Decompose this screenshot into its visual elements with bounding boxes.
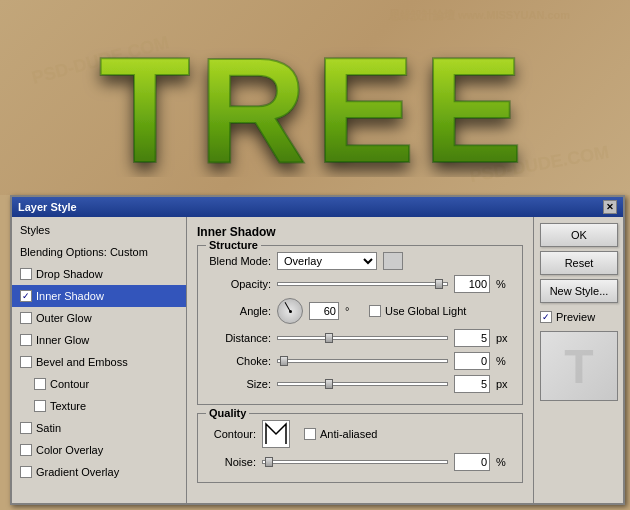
sidebar-item-contour[interactable]: Contour (12, 373, 186, 395)
blend-mode-label: Blend Mode: (206, 255, 271, 267)
inner-shadow-checkbox[interactable] (20, 290, 32, 302)
close-button[interactable]: ✕ (603, 200, 617, 214)
sidebar-item-satin[interactable]: Satin (12, 417, 186, 439)
distance-input[interactable] (454, 329, 490, 347)
tree-svg: TREE TREE (25, 17, 605, 177)
blend-mode-row: Blend Mode: Overlay Normal Multiply Scre… (206, 252, 514, 270)
preview-checkbox-label[interactable]: Preview (540, 311, 617, 323)
size-row: Size: px (206, 375, 514, 393)
section-title: Inner Shadow (197, 225, 523, 239)
structure-label: Structure (206, 239, 261, 251)
quality-group: Quality Contour: Anti-aliased (197, 413, 523, 483)
color-overlay-checkbox[interactable] (20, 444, 32, 456)
inner-shadow-label: Inner Shadow (36, 290, 104, 302)
opacity-unit: % (496, 278, 514, 290)
dialog-title: Layer Style (18, 201, 77, 213)
reset-button[interactable]: Reset (540, 251, 618, 275)
anti-alias-text: Anti-aliased (320, 428, 377, 440)
global-light-text: Use Global Light (385, 305, 466, 317)
opacity-row: Opacity: % (206, 275, 514, 293)
contour-label: Contour (50, 378, 89, 390)
sidebar-item-outer-glow[interactable]: Outer Glow (12, 307, 186, 329)
noise-unit: % (496, 456, 514, 468)
global-light-checkbox[interactable] (369, 305, 381, 317)
drop-shadow-checkbox[interactable] (20, 268, 32, 280)
bevel-emboss-checkbox[interactable] (20, 356, 32, 368)
new-style-button[interactable]: New Style... (540, 279, 618, 303)
noise-thumb[interactable] (265, 457, 273, 467)
use-global-light-label[interactable]: Use Global Light (369, 305, 466, 317)
opacity-thumb[interactable] (435, 279, 443, 289)
preview-checkbox[interactable] (540, 311, 552, 323)
satin-checkbox[interactable] (20, 422, 32, 434)
distance-row: Distance: px (206, 329, 514, 347)
blending-label: Blending Options: Custom (20, 246, 148, 258)
size-thumb[interactable] (325, 379, 333, 389)
angle-label: Angle: (206, 305, 271, 317)
gradient-overlay-label: Gradient Overlay (36, 466, 119, 478)
contour-svg (263, 421, 289, 447)
angle-input[interactable] (309, 302, 339, 320)
distance-thumb[interactable] (325, 333, 333, 343)
contour-checkbox[interactable] (34, 378, 46, 390)
choke-label: Choke: (206, 355, 271, 367)
anti-alias-label[interactable]: Anti-aliased (304, 428, 377, 440)
distance-label: Distance: (206, 332, 271, 344)
noise-row: Noise: % (206, 453, 514, 471)
size-label: Size: (206, 378, 271, 390)
size-slider[interactable] (277, 382, 448, 386)
angle-dial[interactable] (277, 298, 303, 324)
sidebar-item-inner-shadow[interactable]: Inner Shadow (12, 285, 186, 307)
contour-label: Contour: (206, 428, 256, 440)
outer-glow-label: Outer Glow (36, 312, 92, 324)
layer-style-dialog: Layer Style ✕ Styles Blending Options: C… (10, 195, 625, 505)
styles-label: Styles (20, 224, 50, 236)
distance-unit: px (496, 332, 514, 344)
choke-slider[interactable] (277, 359, 448, 363)
inner-glow-checkbox[interactable] (20, 334, 32, 346)
outer-glow-checkbox[interactable] (20, 312, 32, 324)
size-input[interactable] (454, 375, 490, 393)
ok-button[interactable]: OK (540, 223, 618, 247)
angle-unit: ° (345, 305, 363, 317)
noise-input[interactable] (454, 453, 490, 471)
noise-slider[interactable] (262, 460, 448, 464)
choke-thumb[interactable] (280, 356, 288, 366)
tree-outline: TREE (99, 26, 531, 177)
contour-row: Contour: Anti-aliased (206, 420, 514, 448)
blend-mode-select[interactable]: Overlay Normal Multiply Screen (277, 252, 377, 270)
opacity-input[interactable] (454, 275, 490, 293)
bevel-emboss-label: Bevel and Emboss (36, 356, 128, 368)
sidebar-item-gradient-overlay[interactable]: Gradient Overlay (12, 461, 186, 483)
sidebar-item-styles[interactable]: Styles (12, 219, 186, 241)
sidebar-item-bevel-emboss[interactable]: Bevel and Emboss (12, 351, 186, 373)
choke-input[interactable] (454, 352, 490, 370)
satin-label: Satin (36, 422, 61, 434)
distance-slider[interactable] (277, 336, 448, 340)
size-unit: px (496, 378, 514, 390)
structure-group: Structure Blend Mode: Overlay Normal Mul… (197, 245, 523, 405)
anti-alias-checkbox[interactable] (304, 428, 316, 440)
preview-area: T (540, 331, 618, 401)
contour-preview[interactable] (262, 420, 290, 448)
preview-t-letter: T (564, 339, 593, 394)
sidebar-item-blending[interactable]: Blending Options: Custom (12, 241, 186, 263)
color-overlay-label: Color Overlay (36, 444, 103, 456)
drop-shadow-label: Drop Shadow (36, 268, 103, 280)
opacity-slider[interactable] (277, 282, 448, 286)
buttons-panel: OK Reset New Style... Preview T (533, 217, 623, 503)
texture-checkbox[interactable] (34, 400, 46, 412)
tree-text: TREE TREE (25, 17, 605, 179)
sidebar-item-texture[interactable]: Texture (12, 395, 186, 417)
sidebar-item-inner-glow[interactable]: Inner Glow (12, 329, 186, 351)
noise-label: Noise: (206, 456, 256, 468)
sidebar-item-color-overlay[interactable]: Color Overlay (12, 439, 186, 461)
preview-label: Preview (556, 311, 595, 323)
dialog-titlebar: Layer Style ✕ (12, 197, 623, 217)
angle-row: Angle: ° Use Global Light (206, 298, 514, 324)
opacity-label: Opacity: (206, 278, 271, 290)
blend-color-swatch[interactable] (383, 252, 403, 270)
sidebar-item-drop-shadow[interactable]: Drop Shadow (12, 263, 186, 285)
gradient-overlay-checkbox[interactable] (20, 466, 32, 478)
main-panel: Inner Shadow Structure Blend Mode: Overl… (187, 217, 533, 503)
